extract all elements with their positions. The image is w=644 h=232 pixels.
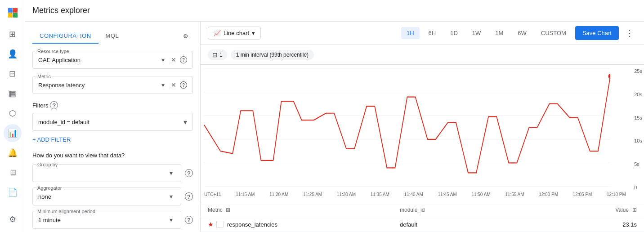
min-alignment-select[interactable]: 1 minute — [38, 217, 166, 223]
time-button-1h[interactable]: 1H — [401, 27, 420, 39]
filters-label: Filters — [32, 102, 48, 109]
add-filter-button[interactable]: + ADD FILTER — [32, 134, 193, 145]
table-row: ★ response_latencies default 23.1s — [201, 217, 644, 232]
custom-button[interactable]: CUSTOM — [536, 27, 572, 39]
metric-col-header: Metric — [208, 207, 223, 213]
resource-type-clear-icon[interactable]: ✕ — [169, 55, 178, 64]
chart-container: 25s 20s 15s 10s 5s 0 — [201, 65, 644, 203]
svg-rect-3 — [13, 13, 18, 18]
main-content: Metrics explorer CONFIGURATION MQL ⚙ Res… — [25, 0, 644, 232]
x-label-1155: 11:55 AM — [505, 192, 524, 203]
nav-group-icon[interactable]: ⬡ — [4, 104, 22, 122]
time-button-1w[interactable]: 1W — [467, 27, 487, 39]
aggregator-dropdown-icon[interactable]: ▾ — [166, 192, 175, 201]
value-columns-icon[interactable]: ⊞ — [632, 207, 637, 213]
app-logo — [4, 4, 22, 22]
x-label-1140: 11:40 AM — [404, 192, 423, 203]
table-header-module-id: module_id — [400, 207, 592, 213]
nav-table-icon[interactable]: ▦ — [4, 85, 22, 103]
group-by-wrap: Group by ▾ — [32, 164, 181, 182]
resource-type-actions: ▾ ✕ ? — [158, 55, 187, 64]
aggregator-row: Aggregator none ▾ ? — [32, 187, 193, 211]
aggregator-select[interactable]: none — [38, 193, 166, 200]
min-alignment-wrap: Minimum alignment period 1 minute ▾ — [32, 211, 181, 229]
tab-configuration[interactable]: CONFIGURATION — [32, 29, 98, 44]
x-label-1135: 11:35 AM — [371, 192, 389, 203]
time-button-6w[interactable]: 6W — [512, 27, 532, 39]
x-axis: UTC+11 11:15 AM 11:20 AM 11:25 AM 11:30 … — [204, 192, 626, 203]
x-label-1115: 11:15 AM — [236, 192, 255, 203]
group-by-dropdown-icon[interactable]: ▾ — [166, 169, 175, 178]
aggregator-label: Aggregator — [36, 185, 63, 191]
metric-select[interactable]: Response latency — [38, 82, 158, 89]
metric-help-icon[interactable]: ? — [180, 81, 187, 89]
filter-funnel-icon: ⊟ — [212, 51, 218, 58]
svg-rect-2 — [8, 13, 13, 18]
x-label-1200: 12:00 PM — [539, 192, 558, 203]
aggregator-help-icon[interactable]: ? — [185, 192, 193, 201]
page-header: Metrics explorer — [25, 0, 644, 22]
nav-computer-icon[interactable]: 🖥 — [4, 164, 22, 182]
save-chart-button[interactable]: Save Chart — [575, 26, 619, 40]
chart-type-dropdown-icon: ▾ — [252, 30, 255, 36]
filter-row[interactable]: module_id = default ▾ — [32, 113, 193, 131]
time-button-1d[interactable]: 1D — [445, 27, 463, 39]
filter-chevron-icon[interactable]: ▾ — [183, 118, 187, 126]
config-tabs: CONFIGURATION MQL ⚙ — [32, 29, 193, 44]
nav-document-icon[interactable]: 📄 — [4, 183, 22, 201]
nav-chart-icon[interactable]: 📊 — [4, 124, 22, 142]
nav-notifications-icon[interactable]: 🔔 — [4, 144, 22, 162]
row-checkbox[interactable] — [216, 221, 224, 228]
y-label-25s: 25s — [634, 68, 642, 74]
tab-mql[interactable]: MQL — [98, 29, 126, 44]
filter-count-badge[interactable]: ⊟ 1 — [208, 49, 227, 60]
left-navigation: ⊞ 👤 ⊟ ▦ ⬡ 📊 🔔 🖥 📄 ⚙ — [0, 0, 25, 232]
resource-type-label: Resource type — [36, 49, 70, 54]
chart-and-table: 25s 20s 15s 10s 5s 0 — [201, 65, 644, 232]
group-by-help-icon[interactable]: ? — [185, 169, 193, 177]
interval-badge[interactable]: 1 min interval (99th percentile) — [231, 50, 314, 60]
table-columns-icon[interactable]: ⊞ — [226, 207, 230, 213]
table-cell-metric: ★ response_latencies — [208, 221, 400, 228]
time-button-6h[interactable]: 6H — [423, 27, 442, 39]
svg-rect-0 — [8, 8, 13, 13]
y-label-20s: 20s — [634, 92, 642, 97]
resource-type-dropdown-icon[interactable]: ▾ — [158, 55, 167, 64]
x-label-utc: UTC+11 — [204, 192, 221, 203]
left-panel: CONFIGURATION MQL ⚙ Resource type GAE Ap… — [25, 22, 201, 232]
table-header-value: Value ⊞ — [592, 207, 637, 213]
page-body: CONFIGURATION MQL ⚙ Resource type GAE Ap… — [25, 22, 644, 232]
right-panel: 📈 Line chart ▾ 1H 6H 1D 1W 1M 6W CUSTOM … — [201, 22, 644, 232]
group-by-select[interactable] — [38, 170, 166, 177]
metric-dropdown-icon[interactable]: ▾ — [158, 80, 167, 89]
group-by-row: Group by ▾ ? — [32, 164, 193, 187]
nav-apps-icon[interactable]: ⊞ — [4, 25, 22, 43]
metric-clear-icon[interactable]: ✕ — [169, 80, 178, 89]
time-button-1m[interactable]: 1M — [490, 27, 509, 39]
y-label-5s: 5s — [634, 161, 642, 167]
x-label-1130: 11:30 AM — [337, 192, 356, 203]
line-chart-svg — [204, 68, 610, 187]
view-question: How do you want to view that data? — [32, 152, 193, 159]
nav-settings-icon[interactable]: ⚙ — [4, 210, 22, 228]
x-label-1125: 11:25 AM — [303, 192, 322, 203]
table-cell-value: 23.1s — [592, 221, 637, 228]
nav-dashboard-icon[interactable]: ⊟ — [4, 65, 22, 83]
min-alignment-dropdown-icon[interactable]: ▾ — [166, 215, 175, 224]
min-alignment-help-icon[interactable]: ? — [185, 216, 193, 224]
settings-gear-icon[interactable]: ⚙ — [179, 29, 193, 44]
chart-type-button[interactable]: 📈 Line chart ▾ — [208, 27, 261, 40]
filters-title: Filters ? — [32, 101, 193, 109]
row-star-icon[interactable]: ★ — [208, 221, 214, 228]
min-alignment-label: Minimum alignment period — [36, 209, 96, 214]
line-chart-icon: 📈 — [214, 30, 221, 36]
metric-value-cell: response_latencies — [227, 221, 277, 228]
resource-type-help-icon[interactable]: ? — [180, 56, 187, 63]
filter-text: module_id = default — [38, 119, 183, 125]
y-axis: 25s 20s 15s 10s 5s 0 — [634, 68, 642, 190]
nav-person-icon[interactable]: 👤 — [4, 45, 22, 63]
more-options-icon[interactable]: ⋮ — [622, 26, 637, 40]
resource-type-select[interactable]: GAE Application — [38, 57, 158, 63]
filters-help-icon[interactable]: ? — [50, 101, 58, 109]
x-label-1210: 12:10 PM — [607, 192, 626, 203]
